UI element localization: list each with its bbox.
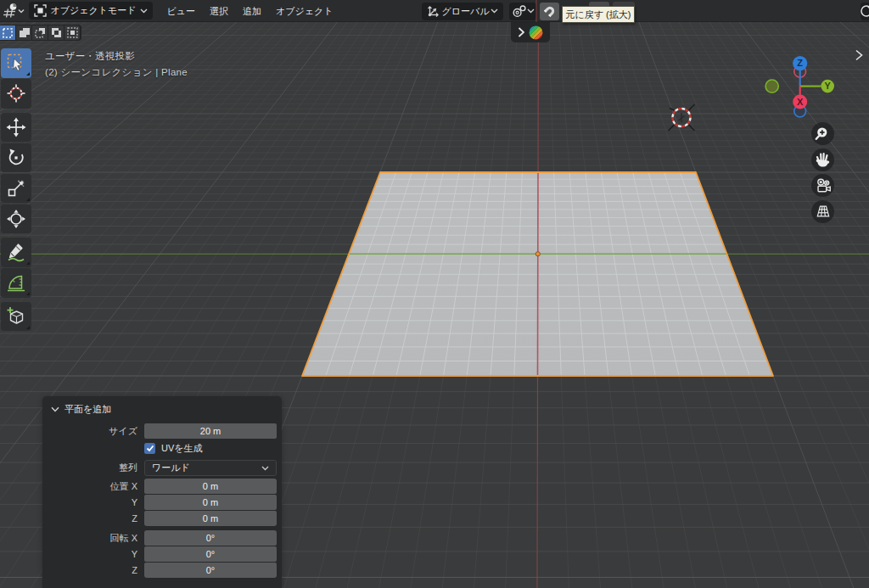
panel-row-align: 整列 ワールド xyxy=(42,460,282,475)
checkmark-icon xyxy=(146,445,154,452)
operator-redo-panel[interactable]: 平面を追加 サイズ 20 m UVを生成 整列 ワールド 位置 xyxy=(42,396,282,588)
chevron-down-icon xyxy=(491,8,498,14)
gizmo-axis-y-negative[interactable] xyxy=(765,80,778,92)
location-y-label: Y xyxy=(42,495,137,510)
viewport-info-text: ユーザー・透視投影 (2) シーンコレクション | Plane xyxy=(45,51,188,77)
tool-select-box[interactable] xyxy=(1,48,31,78)
orientation-label: グローバル xyxy=(440,5,491,18)
size-field[interactable]: 20 m xyxy=(144,423,277,439)
pan-button[interactable] xyxy=(811,148,834,171)
projection-toggle-button[interactable] xyxy=(811,200,834,223)
tooltip-text: 元に戻す (拡大) xyxy=(566,8,631,21)
cursor-3d-icon xyxy=(6,83,26,104)
align-label: 整列 xyxy=(42,460,137,476)
gizmo-y-label: Y xyxy=(825,81,832,91)
size-label: サイズ xyxy=(42,423,137,439)
header-center-tools: グローバル xyxy=(422,3,559,20)
select-mode-extend[interactable] xyxy=(16,25,31,40)
transform-icon xyxy=(6,209,26,229)
snap-magnet-toggle[interactable] xyxy=(540,3,559,20)
location-y-field[interactable]: 0 m xyxy=(144,495,277,510)
snap-settings-dropdown[interactable] xyxy=(509,3,536,20)
panel-row-location-y: Y 0 m xyxy=(42,495,282,510)
camera-view-button[interactable] xyxy=(811,174,834,197)
rotate-icon xyxy=(6,148,26,168)
subtool-indicator xyxy=(26,326,30,329)
operator-panel-title: 平面を追加 xyxy=(64,403,111,416)
editor-3d-viewport-icon xyxy=(3,3,25,20)
blender-window: ユーザー・透視投影 (2) シーンコレクション | Plane xyxy=(0,0,869,588)
panel-row-rotation-z: Z 0° xyxy=(42,563,282,578)
generate-uv-row[interactable]: UVを生成 xyxy=(144,443,203,454)
snap-increment-icon xyxy=(511,4,527,19)
operator-panel-header[interactable]: 平面を追加 xyxy=(51,403,111,416)
select-mode-invert[interactable] xyxy=(48,25,64,40)
menu-object[interactable]: オブジェクト xyxy=(269,0,341,22)
align-dropdown[interactable]: ワールド xyxy=(144,460,277,476)
tool-measure[interactable] xyxy=(1,268,31,298)
select-mode-intersect[interactable] xyxy=(64,25,80,40)
select-subtract-icon xyxy=(35,27,46,38)
generate-uv-label: UVを生成 xyxy=(161,442,203,455)
chevron-right-icon xyxy=(518,27,524,37)
add-cube-icon xyxy=(6,306,26,327)
menu-view[interactable]: ビュー xyxy=(160,0,203,22)
tool-cursor[interactable] xyxy=(1,79,31,109)
shading-sphere-icon xyxy=(861,4,869,18)
gizmo-axis-lines xyxy=(800,70,821,96)
gizmo-z-label: Z xyxy=(797,58,803,68)
tool-move[interactable] xyxy=(1,113,31,143)
viewport-shading-button[interactable] xyxy=(861,3,869,20)
select-box-icon xyxy=(6,53,26,73)
magnet-icon xyxy=(542,3,558,19)
zoom-button[interactable] xyxy=(811,122,834,145)
select-mode-set[interactable] xyxy=(0,25,15,40)
magnifier-plus-icon xyxy=(814,125,833,143)
move-icon xyxy=(6,117,26,137)
panel-row-location-z: Z 0 m xyxy=(42,511,282,526)
camera-icon xyxy=(814,176,833,195)
menu-add[interactable]: 追加 xyxy=(236,0,269,22)
rotation-z-label: Z xyxy=(42,563,137,578)
select-mode-subtract[interactable] xyxy=(32,25,48,40)
tool-annotate[interactable] xyxy=(1,238,31,267)
annotate-icon xyxy=(6,242,26,262)
transform-orientation-dropdown[interactable]: グローバル xyxy=(422,3,503,20)
generate-uv-checkbox[interactable] xyxy=(144,443,155,454)
location-z-label: Z xyxy=(42,511,137,526)
tool-transform[interactable] xyxy=(1,204,31,234)
chevron-down-icon xyxy=(527,8,535,14)
location-x-label: 位置 X xyxy=(42,479,137,494)
rotation-x-label: 回転 X xyxy=(42,530,137,546)
rotation-z-field[interactable]: 0° xyxy=(144,563,277,578)
navigation-gizmo[interactable]: Z Y X xyxy=(760,47,844,127)
view-name-text: ユーザー・透視投影 xyxy=(45,51,188,61)
align-value: ワールド xyxy=(152,462,261,474)
panel-row-size: サイズ 20 m xyxy=(42,423,282,439)
panel-row-rotation-x: 回転 X 0° xyxy=(42,530,282,546)
header-left-group: オブジェクトモード ビュー 選択 追加 オブジェクト xyxy=(0,0,340,22)
chevron-down-icon xyxy=(51,406,59,412)
rotation-y-label: Y xyxy=(42,546,137,562)
mode-dropdown[interactable]: オブジェクトモード xyxy=(29,2,153,20)
tool-scale[interactable] xyxy=(1,174,31,204)
panel-row-location-x: 位置 X 0 m xyxy=(42,479,282,494)
rotation-y-field[interactable]: 0° xyxy=(144,546,277,562)
menu-select[interactable]: 選択 xyxy=(203,0,236,22)
sidebar-expand-arrow[interactable] xyxy=(855,49,863,61)
viewport-nav-buttons xyxy=(811,122,834,226)
axis-line-through-header xyxy=(535,0,537,22)
rotation-x-field[interactable]: 0° xyxy=(144,530,277,546)
mode-label: オブジェクトモード xyxy=(47,4,140,17)
editor-type-selector[interactable] xyxy=(2,2,25,20)
orientation-axes-icon xyxy=(427,4,440,18)
location-x-field[interactable]: 0 m xyxy=(144,479,277,494)
tool-add-cube[interactable] xyxy=(1,302,31,332)
tool-bar xyxy=(1,48,32,333)
subtool-indicator xyxy=(26,198,30,201)
collapsed-header-popover[interactable] xyxy=(511,22,550,42)
location-z-field[interactable]: 0 m xyxy=(144,511,277,526)
tool-rotate[interactable] xyxy=(1,143,31,173)
plane-object[interactable] xyxy=(302,172,773,376)
grid-icon xyxy=(814,202,833,221)
